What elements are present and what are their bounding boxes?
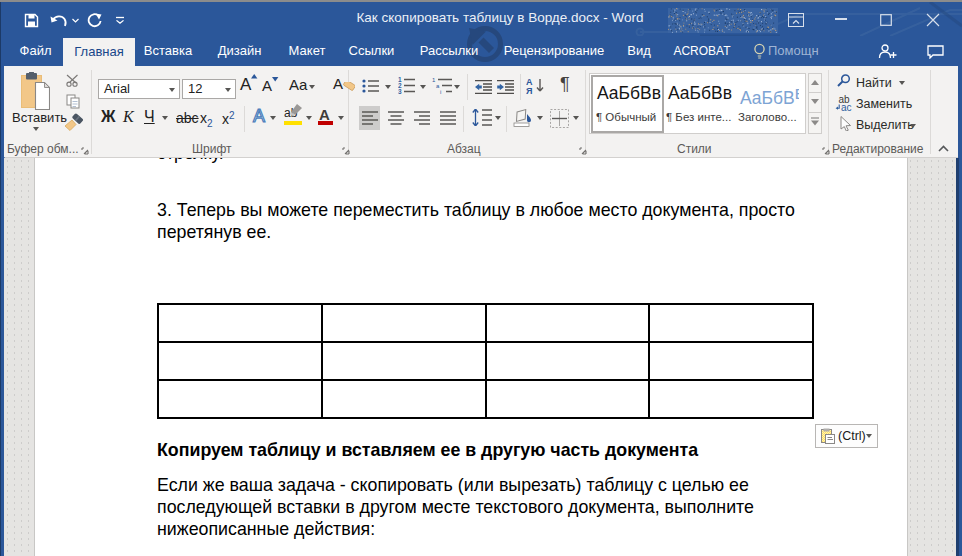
svg-text:ac: ac <box>841 102 852 112</box>
svg-text:3: 3 <box>398 88 402 94</box>
svg-text:Я: Я <box>526 86 532 95</box>
svg-text:i: i <box>440 89 441 95</box>
